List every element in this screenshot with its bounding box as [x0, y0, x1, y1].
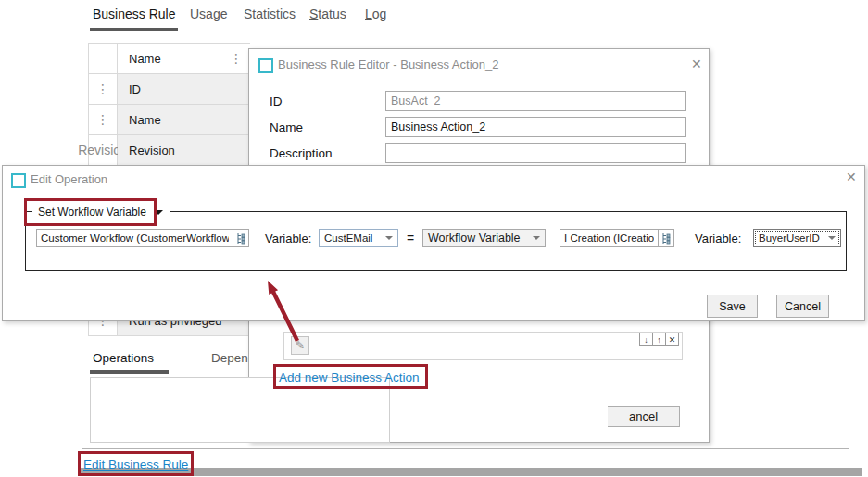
dialog-title: Edit Operation	[31, 172, 107, 186]
tabs-divider	[82, 31, 708, 31]
horizontal-scrollbar[interactable]	[79, 468, 862, 476]
table-row[interactable]: Revision Revision	[89, 135, 250, 166]
tab-usage[interactable]: Usage	[190, 6, 227, 21]
row-drag-handle-icon[interactable]: Revision	[89, 135, 118, 165]
row-drag-handle-icon[interactable]: ⋮	[89, 105, 118, 134]
target-variable-select[interactable]: CustEMail	[319, 229, 398, 247]
row-label: ID	[118, 74, 250, 104]
target-variable-label: Variable:	[265, 232, 311, 245]
delete-item-icon[interactable]: ✕	[665, 333, 679, 346]
source-type-value: Workflow Variable	[428, 232, 521, 245]
tab-status[interactable]: Status	[309, 6, 346, 21]
tab-log[interactable]: Log	[365, 6, 386, 21]
operation-type-dropdown[interactable]: Set Workflow Variable	[32, 203, 170, 221]
header-handle-cell	[89, 44, 118, 73]
add-business-action-link[interactable]: Add new Business Action	[279, 370, 420, 384]
move-down-icon[interactable]: ↓	[639, 333, 653, 346]
add-business-action-link-wrap: Add new Business Action	[279, 369, 420, 385]
screen: Business Rule Usage Statistics Status Lo…	[0, 0, 868, 477]
attribute-table: Name ⋮ ⋮ ID ⋮ Name Revision Revision	[88, 43, 250, 166]
id-field[interactable]	[385, 91, 686, 111]
tab-operations[interactable]: Operations	[93, 351, 154, 365]
window-bottom-border	[82, 448, 849, 449]
table-row[interactable]: ⋮ ID	[89, 74, 250, 105]
name-label: Name	[270, 120, 303, 134]
workflow-tree-picker-icon[interactable]	[658, 229, 674, 247]
window-right-border	[849, 321, 849, 448]
source-variable-label: Variable:	[695, 232, 741, 245]
cancel-button-partial[interactable]: ancel	[608, 406, 680, 427]
business-action-list-item[interactable]: ✎ ↓ ↑ ✕	[283, 332, 683, 360]
row-drag-handle-icon[interactable]: ⋮	[89, 74, 118, 104]
close-icon[interactable]: ✕	[691, 57, 702, 70]
column-header-name: Name	[129, 52, 161, 66]
active-lower-tab-underline	[90, 370, 169, 374]
chevron-down-icon	[828, 236, 836, 240]
row-label: Name	[118, 105, 250, 134]
dialog-title: Business Rule Editor - Business Action_2	[278, 57, 498, 71]
save-button[interactable]: Save	[707, 295, 758, 318]
chevron-down-icon	[385, 236, 393, 240]
move-up-icon[interactable]: ↑	[652, 333, 666, 346]
edit-pencil-icon[interactable]: ✎	[291, 336, 309, 355]
dialog-icon	[258, 58, 273, 73]
tab-business-rule[interactable]: Business Rule	[93, 6, 176, 21]
edit-operation-dialog: Edit Operation ✕ Set Workflow Variable V…	[2, 165, 865, 321]
name-field[interactable]	[385, 117, 686, 137]
chevron-down-icon	[533, 236, 540, 240]
operations-panel	[90, 377, 390, 443]
workflow-tree-picker-icon[interactable]	[233, 229, 249, 247]
description-label: Description	[270, 146, 333, 160]
source-variable-value: BuyerUserID	[759, 232, 820, 244]
close-icon[interactable]: ✕	[846, 170, 857, 183]
tab-statistics[interactable]: Statistics	[244, 6, 296, 21]
table-header-row: Name ⋮	[89, 44, 250, 74]
edit-business-rule-link[interactable]: Edit Business Rule	[83, 458, 188, 471]
description-field[interactable]	[385, 143, 686, 163]
target-workflow-field[interactable]	[36, 229, 233, 247]
target-variable-value: CustEMail	[324, 232, 372, 244]
cancel-button[interactable]: Cancel	[776, 295, 829, 318]
source-variable-select[interactable]: BuyerUserID	[753, 229, 841, 247]
id-label: ID	[270, 94, 283, 108]
column-menu-icon[interactable]: ⋮	[230, 51, 243, 66]
row-label: Revision	[118, 135, 250, 165]
equals-operator: =	[407, 231, 414, 245]
table-row[interactable]: ⋮ Name	[89, 105, 250, 135]
chevron-down-icon	[154, 210, 163, 215]
dialog-icon	[11, 173, 26, 188]
source-type-select[interactable]: Workflow Variable	[422, 229, 546, 247]
edit-business-rule-link-wrap: Edit Business Rule	[83, 456, 188, 472]
source-workflow-field[interactable]	[560, 229, 659, 247]
operation-type-value: Set Workflow Variable	[38, 206, 146, 219]
